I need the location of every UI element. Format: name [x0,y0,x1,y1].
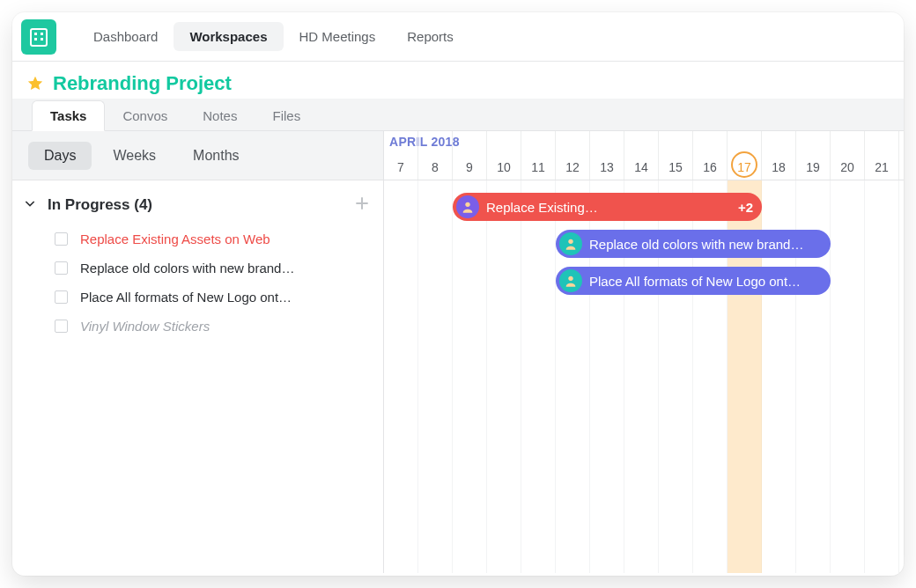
svg-point-6 [568,239,572,244]
zoom-row: Days Weeks Months [12,131,383,180]
task-list-pane: Days Weeks Months In Progress (4) Replac… [12,131,384,573]
task-label: Vinyl Window Stickers [80,319,210,334]
plus-icon[interactable] [353,193,371,217]
task-row[interactable]: Place All formats of New Logo ont… [12,283,383,312]
day-number: 8 [418,160,452,174]
tab-files[interactable]: Files [255,101,318,130]
checkbox-icon[interactable] [55,261,68,275]
day-number: 19 [796,160,830,174]
avatar-icon [559,269,582,292]
checkbox-icon[interactable] [55,320,68,333]
day-number: 20 [831,160,864,174]
app-window: Dashboard Workspaces HD Meetings Reports… [12,12,904,576]
checkbox-icon[interactable] [55,290,68,304]
day-column[interactable]: 8 [418,131,453,180]
day-column[interactable]: 19 [796,131,831,180]
gantt-bar-label: Place All formats of New Logo ont… [589,274,801,289]
section-tabs: Tasks Convos Notes Files [12,99,904,131]
nav-dashboard[interactable]: Dashboard [78,22,174,51]
project-header: Rebranding Project [12,62,904,99]
day-column[interactable]: 15 [659,131,693,180]
timeline-pane[interactable]: APRIL 2018 789101112131415161718192021 R… [384,131,904,573]
day-number: 16 [693,160,727,174]
top-nav: Dashboard Workspaces HD Meetings Reports [12,12,904,62]
today-ring-icon [731,151,757,178]
tab-tasks[interactable]: Tasks [32,100,105,131]
svg-rect-1 [34,33,37,35]
gantt-bar-extra: +2 [738,200,753,215]
svg-rect-2 [41,33,43,35]
day-column[interactable]: 17 [728,131,762,180]
tab-notes[interactable]: Notes [185,101,255,130]
group-title: In Progress (4) [48,196,343,214]
zoom-weeks[interactable]: Weeks [97,142,172,170]
svg-point-5 [465,202,469,207]
day-number: 9 [453,160,486,174]
svg-rect-0 [31,29,47,46]
day-column[interactable]: 18 [762,131,796,180]
task-label: Replace old colors with new brand… [80,261,294,276]
day-number: 12 [556,160,589,174]
task-row[interactable]: Replace Existing Assets on Web [12,224,383,254]
nav-reports[interactable]: Reports [391,22,469,51]
day-column[interactable]: 9 [453,131,487,180]
avatar-icon [456,195,479,218]
gantt-bar[interactable]: Replace Existing…+2 [453,193,762,221]
task-row[interactable]: Vinyl Window Stickers [12,312,383,341]
day-column[interactable]: 10 [487,131,521,180]
day-number: 21 [865,160,898,174]
nav-workspaces[interactable]: Workspaces [174,22,283,51]
svg-rect-4 [41,38,43,40]
day-number: 14 [624,160,658,174]
tab-convos[interactable]: Convos [105,101,185,130]
checkbox-icon[interactable] [55,232,68,246]
avatar-icon [559,232,582,255]
day-number: 11 [521,160,555,174]
task-row[interactable]: Replace old colors with new brand… [12,254,383,283]
task-label: Replace Existing Assets on Web [80,232,270,246]
day-column[interactable]: 16 [693,131,728,180]
gantt-bar-label: Replace Existing… [486,200,598,215]
zoom-months[interactable]: Months [177,142,255,170]
timeline-header: APRIL 2018 789101112131415161718192021 [384,131,904,180]
day-number: 10 [487,160,521,174]
star-icon[interactable] [26,75,44,92]
app-logo-icon[interactable] [21,19,56,55]
day-number: 18 [762,160,795,174]
day-column[interactable]: 13 [590,131,624,180]
day-number: 15 [659,160,692,174]
svg-rect-3 [34,38,37,40]
day-column[interactable]: 21 [865,131,899,180]
task-label: Place All formats of New Logo ont… [80,290,292,305]
day-number: 7 [384,160,417,174]
content: Days Weeks Months In Progress (4) Replac… [12,131,904,573]
day-column[interactable]: 12 [556,131,590,180]
gantt-bar[interactable]: Replace old colors with new brand… [556,230,831,258]
gantt-bar[interactable]: Place All formats of New Logo ont… [556,267,831,295]
day-number: 13 [590,160,624,174]
group-header[interactable]: In Progress (4) [12,180,383,224]
day-column[interactable]: 7 [384,131,418,180]
day-column[interactable]: 11 [521,131,556,180]
nav-hd-meetings[interactable]: HD Meetings [284,22,392,51]
day-column[interactable]: 20 [831,131,865,180]
zoom-days[interactable]: Days [28,142,92,170]
gantt-bar-label: Replace old colors with new brand… [589,237,803,252]
chevron-down-icon[interactable] [23,196,37,214]
svg-point-7 [568,276,572,281]
project-title: Rebranding Project [53,72,232,95]
day-column[interactable]: 14 [624,131,659,180]
